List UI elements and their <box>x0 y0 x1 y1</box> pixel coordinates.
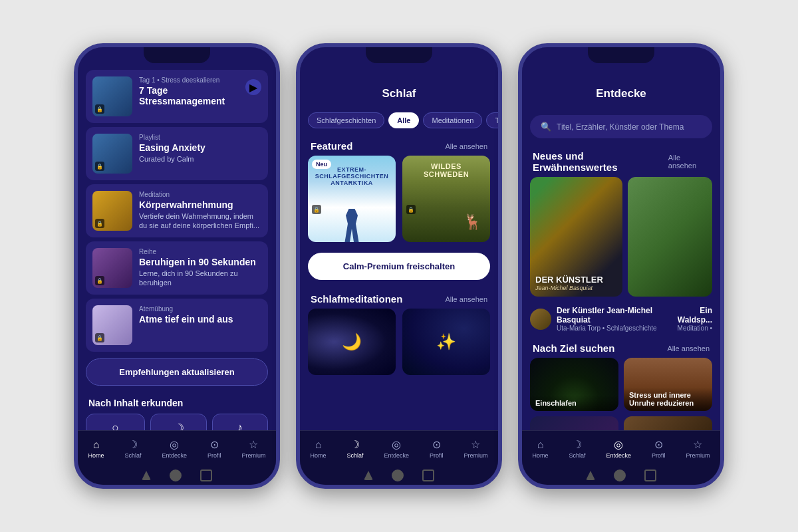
neues-title: Neues und Erwähnenswertes <box>533 150 668 173</box>
phone-bottom-bar-2 <box>300 466 498 485</box>
lock-icon-meditation: 🔒 <box>95 219 104 228</box>
home-btn-2[interactable] <box>392 469 404 481</box>
nav-label-profil-1: Profil <box>207 452 221 459</box>
goal-card-3[interactable] <box>530 416 618 430</box>
card-type-playlist: Playlist <box>139 134 261 141</box>
neues-link[interactable]: Alle ansehen <box>668 154 710 170</box>
square-btn-3[interactable] <box>644 469 656 481</box>
wald-card[interactable] <box>628 177 712 297</box>
goal-card-4[interactable] <box>624 416 712 430</box>
wald-bg <box>628 177 712 297</box>
card-reihe[interactable]: 🔒 Reihe Beruhigen in 90 Sekunden Lerne, … <box>86 241 268 295</box>
profil-nav-icon-2: ⊙ <box>432 438 441 451</box>
schweden-art: WildesSCHWEDEN 🦌 <box>402 156 490 242</box>
side-info: Ein Waldsp... Meditation • <box>671 306 712 332</box>
tree-bg: Einschlafen <box>530 358 618 411</box>
person-silhouette <box>342 209 362 242</box>
sleep-card-moon[interactable]: 🌙 <box>308 309 396 375</box>
nav-profil-2[interactable]: ⊙ Profil <box>424 436 449 462</box>
square-btn-1[interactable] <box>200 469 212 481</box>
back-btn-1[interactable] <box>142 471 151 480</box>
card-meditation[interactable]: 🔒 Meditation Körperwahrnehmung Vertiefe … <box>86 184 268 237</box>
square-btn-2[interactable] <box>422 469 434 481</box>
nav-label-premium-2: Premium <box>464 452 487 459</box>
nav-premium-2[interactable]: ☆ Premium <box>458 436 493 462</box>
nav-home-2[interactable]: ⌂ Home <box>305 436 331 462</box>
deer-silhouette: 🦌 <box>464 213 483 237</box>
sleep-moon-bg: 🌙 <box>308 309 396 375</box>
home-btn-1[interactable] <box>170 469 182 481</box>
kunstler-card[interactable]: DER KÜNSTLER Jean-Michel Basquiat <box>530 177 622 297</box>
phone-notch-2 <box>366 47 432 63</box>
schlafmed-title: Schlafmeditationen <box>311 293 402 305</box>
moon-icon: 🌙 <box>342 332 362 351</box>
phone-bottom-bar-3 <box>522 466 720 485</box>
explore-buttons-row: ○ Meditation ☽ Schlaf ♪ Musik <box>78 411 276 430</box>
scroll-content-1[interactable]: 🔒 Tag 1 • Stress deeskalieren 7 Tage Str… <box>78 47 276 430</box>
update-recommendations-button[interactable]: Empfehlungen aktualisieren <box>86 358 268 386</box>
nav-entdecke-1[interactable]: ◎ Entdecke <box>156 436 192 462</box>
nav-premium-1[interactable]: ☆ Premium <box>236 436 271 462</box>
nav-profil-3[interactable]: ⊙ Profil <box>646 436 671 462</box>
nav-label-premium-1: Premium <box>241 452 265 459</box>
card-info-meditation: Meditation Körperwahrnehmung Vertiefe de… <box>139 191 261 231</box>
entdecke-page-title: Entdecke <box>533 87 710 100</box>
nav-schlaf-3[interactable]: ☽ Schlaf <box>563 436 591 462</box>
nav-profil-1[interactable]: ⊙ Profil <box>202 436 227 462</box>
bottom-nav-2: ⌂ Home ☽ Schlaf ◎ Entdecke ⊙ Profil ☆ Pr… <box>300 430 498 466</box>
search-bar[interactable]: 🔍 Titel, Erzähler, Künstler oder Thema <box>530 115 712 138</box>
tab-to[interactable]: To... <box>486 112 498 128</box>
artist-info: Der Künstler Jean-Michel Basquiat Uta-Ma… <box>557 306 666 332</box>
explore-musik-button[interactable]: ♪ Musik <box>212 414 268 430</box>
tab-meditationen[interactable]: Meditationen <box>423 112 482 128</box>
schlaf-page-title: Schlaf <box>311 87 487 100</box>
tab-alle[interactable]: Alle <box>388 112 419 128</box>
goal-stress[interactable]: Stress und innere Unruhe reduzieren <box>624 358 712 411</box>
home-btn-3[interactable] <box>614 469 626 481</box>
explore-schlaf-button[interactable]: ☽ Schlaf <box>150 414 206 430</box>
scroll-content-2[interactable]: Schlaf Schlafgeschichten Alle Meditation… <box>300 47 498 430</box>
play-button[interactable]: ▶ <box>245 79 261 95</box>
sleep-card-stars[interactable]: ✨ <box>402 309 490 375</box>
card-thumb-atem: 🔒 <box>92 305 132 345</box>
featured-link[interactable]: Alle ansehen <box>445 142 487 150</box>
current-card-title: 7 Tage Stressmanagement <box>139 85 239 106</box>
search-placeholder-text: Titel, Erzähler, Künstler oder Thema <box>557 122 684 132</box>
card-type-meditation: Meditation <box>139 191 261 198</box>
explore-section-title: Nach Inhalt erkunden <box>78 392 276 411</box>
lock-icon: 🔒 <box>95 104 104 114</box>
schlaf-nav-icon-1: ☽ <box>128 438 138 451</box>
lock-icon-reihe: 🔒 <box>95 276 104 285</box>
nav-label-premium-3: Premium <box>686 452 710 459</box>
artist-row: Der Künstler Jean-Michel Basquiat Uta-Ma… <box>522 302 720 336</box>
explore-meditation-button[interactable]: ○ Meditation <box>86 414 145 430</box>
featured-card-antarktika[interactable]: Neu Extrem-SchlafgeschichtenANTARKTIKA E… <box>308 156 396 242</box>
nav-premium-3[interactable]: ☆ Premium <box>680 436 715 462</box>
back-btn-3[interactable] <box>586 471 595 480</box>
card-atemubung[interactable]: 🔒 Atemübung Atme tief ein und aus <box>86 299 268 352</box>
nav-home-3[interactable]: ⌂ Home <box>527 436 553 462</box>
nav-home-1[interactable]: ⌂ Home <box>82 436 109 462</box>
card-playlist[interactable]: 🔒 Playlist Easing Anxiety Curated by Cal… <box>86 127 268 180</box>
card-type-reihe: Reihe <box>139 248 261 255</box>
nav-label-schlaf-2: Schlaf <box>346 452 363 459</box>
antarktika-title: Extrem-SchlafgeschichtenANTARKTIKA <box>308 166 396 186</box>
premium-button[interactable]: Calm-Premium freischalten <box>308 253 490 280</box>
scroll-content-3[interactable]: Entdecke 🔍 Titel, Erzähler, Künstler ode… <box>522 47 720 430</box>
card-thumb-reihe: 🔒 <box>92 248 132 288</box>
nav-label-home-2: Home <box>310 452 326 459</box>
back-btn-2[interactable] <box>364 471 373 480</box>
nav-entdecke-3[interactable]: ◎ Entdecke <box>600 436 636 462</box>
bottom-nav-1: ⌂ Home ☽ Schlaf ◎ Entdecke ⊙ Profil ☆ Pr… <box>78 430 276 466</box>
tab-schlafgeschichten[interactable]: Schlafgeschichten <box>308 112 384 128</box>
featured-card-schweden[interactable]: WildesSCHWEDEN 🦌 Wildes Schweden Johanne… <box>402 156 490 242</box>
nav-schlaf-2[interactable]: ☽ Schlaf <box>341 436 368 462</box>
goal-einschlafen[interactable]: Einschlafen <box>530 358 618 411</box>
schlafmed-link[interactable]: Alle ansehen <box>445 295 487 303</box>
nav-entdecke-2[interactable]: ◎ Entdecke <box>378 436 414 462</box>
current-playing-card[interactable]: 🔒 Tag 1 • Stress deeskalieren 7 Tage Str… <box>86 70 268 123</box>
nach-ziel-link[interactable]: Alle ansehen <box>667 344 710 352</box>
nach-ziel-header: Nach Ziel suchen Alle ansehen <box>522 336 720 358</box>
card-subtitle-reihe: Lerne, dich in 90 Sekunden zu beruhigen <box>139 269 261 288</box>
nav-schlaf-1[interactable]: ☽ Schlaf <box>119 436 146 462</box>
